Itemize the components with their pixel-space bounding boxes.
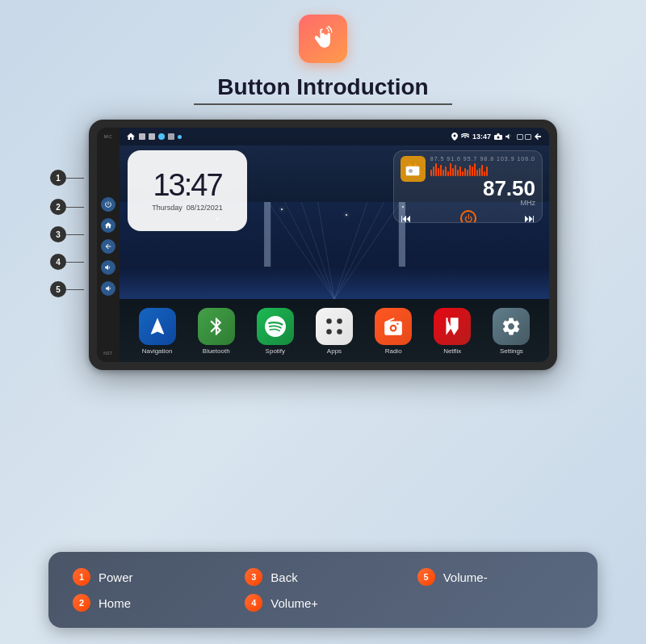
side-buttons-labels: 1 2 3 4 5 [50,152,84,302]
svg-line-5 [334,202,384,299]
btn-line-4 [66,262,84,263]
side-btn-5: 5 [50,281,84,297]
svg-rect-7 [264,202,271,267]
status-bar-left [126,132,182,141]
legend-label-3: Back [271,570,297,584]
svg-marker-10 [497,133,500,135]
legend-item-1: 1 Power [73,568,229,586]
legend-number-2: 2 [73,594,90,612]
volume-up-button[interactable] [101,260,115,275]
legend-label-5: Volume- [443,570,488,584]
title-underline [194,103,452,105]
side-btn-2: 2 [50,199,84,215]
app-radio-label: Radio [385,347,402,355]
volume-down-button[interactable] [101,281,115,296]
btn-number-5: 5 [50,281,66,297]
status-time: 13:47 [472,133,491,141]
btn-line-5 [66,289,84,290]
app-radio-icon [375,308,412,345]
app-netflix[interactable]: Netflix [434,308,471,355]
svg-point-11 [497,137,500,139]
btn-number-4: 4 [50,254,66,270]
radio-power-btn[interactable]: ⏻ [460,210,476,223]
page-title: Button Introduction [217,74,428,100]
svg-line-2 [301,202,334,299]
radio-icon-box [401,156,426,182]
app-netflix-label: Netflix [443,347,461,355]
app-spotify-icon [257,308,294,345]
app-bluetooth-icon [198,308,235,345]
legend-item-5: 5 Volume- [417,568,573,586]
svg-line-3 [318,202,334,299]
radio-controls: ⏮ ⏻ ⏭ [401,210,535,223]
legend-item-4: 4 Volume+ [245,594,401,612]
legend-number-1: 1 [73,568,90,586]
btn-line-1 [66,178,84,179]
app-settings-icon [493,308,530,345]
radio-widget: 87.5 91.6 95.7 98.8 103.9 106.0 [393,150,543,223]
app-navigation-icon [139,308,176,345]
legend-number-5: 5 [417,568,435,586]
legend-item-empty [417,594,573,612]
app-more[interactable]: Apps [316,308,353,355]
svg-point-19 [326,329,332,335]
svg-point-20 [337,329,342,335]
svg-point-17 [326,318,332,324]
mic-label: MIC [104,134,113,139]
status-bar: 13:47 [120,128,549,145]
clock-date: Thursday 08/12/2021 [152,204,223,212]
device-screen: 13:47 [120,128,549,362]
power-button[interactable] [101,197,115,212]
btn-number-1: 1 [50,170,66,186]
app-navigation-label: Navigation [142,347,173,355]
btn-number-3: 3 [50,226,66,242]
legend-item-2: 2 Home [73,594,229,612]
clock-widget: 13:47 Thursday 08/12/2021 [128,150,247,231]
btn-line-2 [66,207,84,208]
left-buttons-panel: MIC [97,128,120,362]
svg-point-18 [337,318,342,324]
radio-info: 87.5 91.6 95.7 98.8 103.9 106.0 [430,156,535,207]
svg-line-1 [285,202,334,299]
car-radio-device: MIC [89,120,557,370]
svg-line-6 [334,202,367,299]
btn-number-2: 2 [50,199,66,215]
touch-icon [299,15,347,63]
radio-frequency: 87.50 [430,178,535,199]
radio-prev-btn[interactable]: ⏮ [401,212,412,223]
app-radio[interactable]: Radio [375,308,412,355]
status-bar-right: 13:47 [451,133,543,141]
app-settings[interactable]: Settings [493,308,530,355]
svg-line-0 [268,202,334,299]
app-bluetooth-label: Bluetooth [203,347,230,355]
side-btn-1: 1 [50,170,84,186]
app-spotify-label: Spotify [266,347,285,355]
clock-time: 13:47 [153,170,221,200]
radio-next-btn[interactable]: ⏭ [524,212,535,223]
device-wrapper: 1 2 3 4 5 MIC [89,120,557,370]
app-settings-label: Settings [500,347,523,355]
app-icons-row: Navigation Bluetooth Spotify [120,299,549,362]
nst-label: NST [103,351,113,356]
device-inner: MIC [97,128,549,362]
back-button[interactable] [101,239,115,254]
app-more-label: Apps [327,347,342,355]
legend-item-3: 3 Back [245,568,401,586]
app-spotify[interactable]: Spotify [257,308,294,355]
home-button[interactable] [101,218,115,233]
legend-label-2: Home [99,596,131,610]
btn-line-3 [66,234,84,235]
legend-label-1: Power [99,570,133,584]
app-more-icon [316,308,353,345]
svg-point-13 [409,169,413,173]
svg-line-4 [334,202,401,299]
radio-freq-numbers: 87.5 91.6 95.7 98.8 103.9 106.0 [430,156,535,162]
app-netflix-icon [434,308,471,345]
app-bluetooth[interactable]: Bluetooth [198,308,235,355]
side-btn-3: 3 [50,226,84,242]
legend-label-4: Volume+ [271,596,318,610]
legend-panel: 1 Power 3 Back 5 Volume- 2 Home 4 Volume… [48,552,598,628]
legend-number-3: 3 [245,568,262,586]
app-navigation[interactable]: Navigation [139,308,176,355]
legend-number-4: 4 [245,594,262,612]
